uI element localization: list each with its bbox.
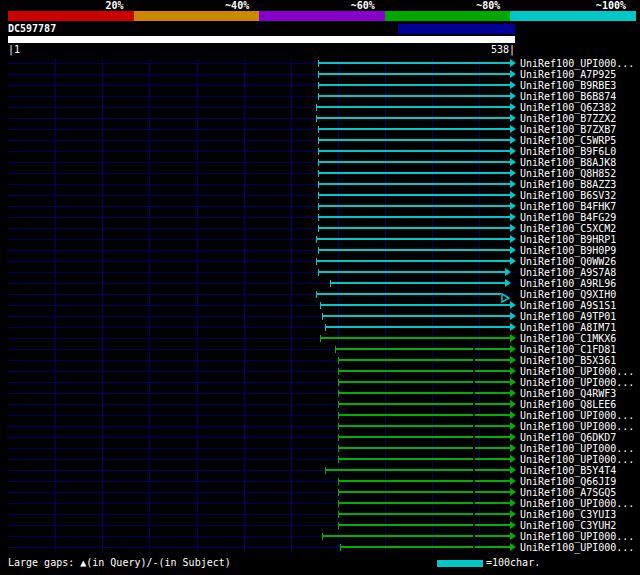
- hit-bar[interactable]: [316, 238, 510, 240]
- hit-bar[interactable]: [322, 315, 511, 317]
- hit-start-tick: [318, 137, 319, 144]
- hit-label[interactable]: UniRef100_A7P925: [520, 69, 616, 80]
- hit-label[interactable]: UniRef100_C1MKX6: [520, 333, 616, 344]
- hit-label[interactable]: UniRef100_A8IM71: [520, 322, 616, 333]
- hit-label[interactable]: UniRef100_B7ZZX2: [520, 113, 616, 124]
- hit-bar[interactable]: [318, 139, 510, 141]
- hit-bar[interactable]: [316, 117, 510, 119]
- hit-label[interactable]: UniRef100_B6SV32: [520, 190, 616, 201]
- hit-bar[interactable]: [318, 216, 510, 218]
- hit-label[interactable]: UniRef100_UPI000...: [520, 542, 634, 553]
- hit-bar[interactable]: [340, 546, 511, 548]
- hit-start-tick: [320, 335, 321, 342]
- hit-bar[interactable]: [325, 326, 511, 328]
- hit-label[interactable]: UniRef100_UPI000...: [520, 531, 634, 542]
- hit-label[interactable]: UniRef100_B6B874: [520, 91, 616, 102]
- hit-bar[interactable]: [320, 337, 510, 339]
- hit-bar[interactable]: [338, 436, 511, 438]
- hit-bar[interactable]: [316, 106, 510, 108]
- hit-bar[interactable]: [330, 282, 504, 284]
- hit-label[interactable]: UniRef100_Q66JI9: [520, 476, 616, 487]
- hit-label[interactable]: UniRef100_B8AJK8: [520, 157, 616, 168]
- hit-label[interactable]: UniRef100_C5XCM2: [520, 223, 616, 234]
- hit-bar[interactable]: [318, 128, 510, 130]
- hit-row: UniRef100_A7P925: [8, 69, 640, 80]
- hit-bar[interactable]: [338, 425, 511, 427]
- hit-label[interactable]: UniRef100_UPI000...: [520, 454, 634, 465]
- hit-bar[interactable]: [325, 469, 511, 471]
- hit-bar[interactable]: [338, 513, 511, 515]
- hit-label[interactable]: UniRef100_UPI000...: [520, 58, 634, 69]
- hit-bar[interactable]: [338, 458, 511, 460]
- hit-bar[interactable]: [318, 150, 510, 152]
- hit-label[interactable]: UniRef100_Q9XIH0: [520, 289, 616, 300]
- hit-bar[interactable]: [318, 249, 510, 251]
- hit-bar[interactable]: [318, 172, 510, 174]
- hit-label[interactable]: UniRef100_B4FG29: [520, 212, 616, 223]
- hit-label[interactable]: UniRef100_C5WRP5: [520, 135, 616, 146]
- hit-bar[interactable]: [338, 447, 511, 449]
- hit-label[interactable]: UniRef100_C1FD81: [520, 344, 616, 355]
- hit-label[interactable]: UniRef100_UPI000...: [520, 498, 634, 509]
- hit-label[interactable]: UniRef100_B5X361: [520, 355, 616, 366]
- hit-bar[interactable]: [338, 491, 511, 493]
- hit-label[interactable]: UniRef100_A9S1S1: [520, 300, 616, 311]
- hit-label[interactable]: UniRef100_Q6Z382: [520, 102, 616, 113]
- hit-label[interactable]: UniRef100_Q8H852: [520, 168, 616, 179]
- hit-label[interactable]: UniRef100_UPI000...: [520, 377, 634, 388]
- hit-label[interactable]: UniRef100_A7SGQ5: [520, 487, 616, 498]
- hit-bar[interactable]: [320, 304, 510, 306]
- hit-start-tick: [335, 346, 336, 353]
- hit-bar[interactable]: [338, 370, 511, 372]
- hit-bar[interactable]: [318, 271, 505, 273]
- hit-bar[interactable]: [338, 502, 511, 504]
- hit-bar[interactable]: [322, 535, 511, 537]
- hit-label[interactable]: UniRef100_B8AZZ3: [520, 179, 616, 190]
- hit-bar[interactable]: [318, 194, 510, 196]
- hit-bar[interactable]: [338, 414, 511, 416]
- hit-bar[interactable]: [318, 73, 510, 75]
- hit-label[interactable]: UniRef100_B9HRP1: [520, 234, 616, 245]
- hit-bar[interactable]: [338, 524, 511, 526]
- hit-label[interactable]: UniRef100_B9H0P9: [520, 245, 616, 256]
- hit-bar[interactable]: [318, 95, 510, 97]
- hit-bar[interactable]: [335, 348, 510, 350]
- hit-label[interactable]: UniRef100_Q6DKD7: [520, 432, 616, 443]
- hit-bar[interactable]: [338, 480, 511, 482]
- hit-label[interactable]: UniRef100_A9RL96: [520, 278, 616, 289]
- hit-bar[interactable]: [318, 161, 510, 163]
- hit-label[interactable]: UniRef100_B9RBE3: [520, 80, 616, 91]
- hit-arrow-icon: [510, 103, 516, 111]
- hit-label[interactable]: UniRef100_UPI000...: [520, 443, 634, 454]
- hit-bar[interactable]: [338, 392, 511, 394]
- hit-bar[interactable]: [318, 183, 510, 185]
- hit-label[interactable]: UniRef100_B9F6L0: [520, 146, 616, 157]
- hit-label[interactable]: UniRef100_Q4RWF3: [520, 388, 616, 399]
- hit-label[interactable]: UniRef100_C3YUH2: [520, 520, 616, 531]
- hit-label[interactable]: UniRef100_Q8LEE6: [520, 399, 616, 410]
- hit-bar[interactable]: [316, 260, 510, 262]
- scale-legend-bar: [437, 560, 483, 567]
- hit-label[interactable]: UniRef100_B4FHK7: [520, 201, 616, 212]
- hit-label[interactable]: UniRef100_A9TP01: [520, 311, 616, 322]
- hit-start-tick: [316, 291, 317, 298]
- hit-bar[interactable]: [318, 205, 510, 207]
- hit-row: UniRef100_B5Y4T4: [8, 465, 640, 476]
- hit-label[interactable]: UniRef100_B7ZXB7: [520, 124, 616, 135]
- hit-bar[interactable]: [316, 293, 501, 295]
- hit-label[interactable]: UniRef100_UPI000...: [520, 410, 634, 421]
- hit-bar[interactable]: [318, 62, 510, 64]
- hit-bar[interactable]: [318, 84, 510, 86]
- hit-label[interactable]: UniRef100_A9S7A8: [520, 267, 616, 278]
- hit-label[interactable]: UniRef100_B5Y4T4: [520, 465, 616, 476]
- hit-label[interactable]: UniRef100_UPI000...: [520, 366, 634, 377]
- hit-label[interactable]: UniRef100_Q0WW26: [520, 256, 616, 267]
- hit-bar[interactable]: [338, 359, 511, 361]
- hit-arrow-icon: [510, 411, 516, 419]
- hit-bar[interactable]: [338, 403, 511, 405]
- hit-arrow-icon: [505, 268, 511, 276]
- hit-bar[interactable]: [318, 227, 510, 229]
- hit-label[interactable]: UniRef100_UPI000...: [520, 421, 634, 432]
- hit-bar[interactable]: [338, 381, 511, 383]
- hit-label[interactable]: UniRef100_C3YUI3: [520, 509, 616, 520]
